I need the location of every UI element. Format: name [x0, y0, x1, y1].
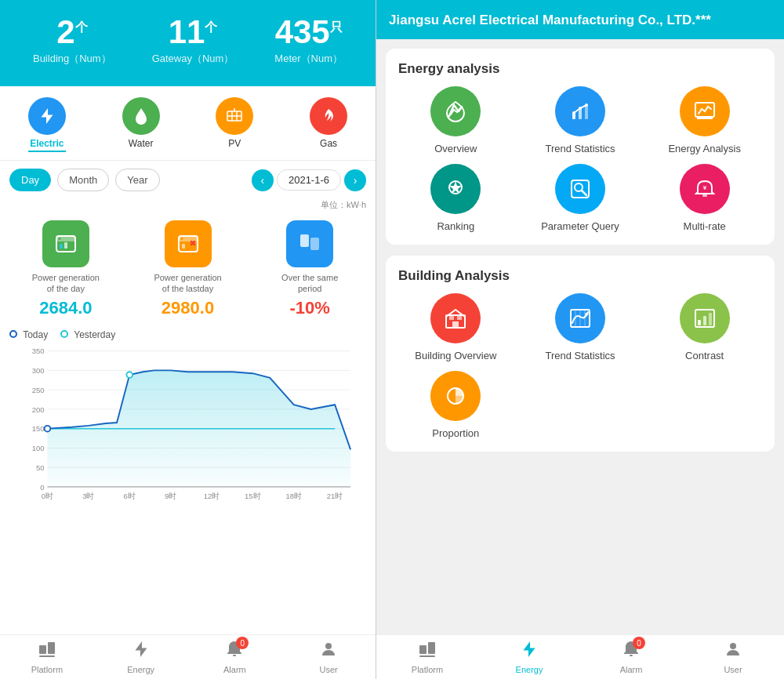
svg-text:350: 350 — [32, 347, 45, 355]
alarm-wrapper-left: 0 — [225, 640, 244, 663]
nav-energy-right[interactable]: Energy — [478, 640, 580, 674]
nav-user-label-left: User — [320, 665, 338, 674]
trend-stats-icon — [555, 86, 605, 136]
svg-text:15时: 15时 — [245, 492, 261, 500]
svg-rect-45 — [48, 642, 55, 654]
svg-rect-66 — [457, 315, 462, 320]
left-panel: 2个 Building（Num） 11个 Gateway（Num） 435只 M… — [0, 0, 376, 679]
tab-electric-label: Electric — [30, 138, 64, 149]
menu-building-trend[interactable]: Trend Statistics — [523, 293, 638, 361]
platform-icon-left — [38, 640, 56, 663]
nav-user-left[interactable]: User — [281, 640, 376, 674]
meter-label: Meter（Num） — [274, 52, 343, 66]
building-label: Building（Num） — [33, 52, 111, 66]
svg-rect-11 — [64, 242, 67, 249]
svg-rect-76 — [698, 320, 701, 325]
svg-text:0时: 0时 — [42, 492, 53, 500]
svg-rect-15 — [182, 244, 185, 249]
building-analysis-grid: Building Overview — [398, 293, 762, 439]
energy-icon-left — [132, 640, 151, 663]
meter-number: 435只 — [274, 16, 343, 49]
building-analysis-section: Building Analysis — [386, 256, 775, 452]
gateway-number: 11个 — [152, 16, 234, 49]
svg-point-86 — [730, 643, 736, 649]
svg-text:100: 100 — [32, 444, 45, 452]
tab-water-label: Water — [129, 138, 154, 149]
period-day-button[interactable]: Day — [9, 169, 51, 191]
svg-point-9 — [58, 238, 60, 240]
proportion-label: Proportion — [432, 427, 479, 439]
svg-point-54 — [579, 107, 582, 110]
platform-icon-right — [418, 640, 437, 663]
svg-rect-19 — [310, 238, 319, 250]
menu-param-query[interactable]: Parameter Query — [523, 164, 638, 232]
nav-alarm-right[interactable]: 0 Alarm — [580, 640, 682, 674]
contrast-icon — [680, 293, 730, 343]
left-bottom-nav: Platlorm Energy 0 Alarm — [0, 634, 376, 679]
menu-contrast[interactable]: Contrast — [647, 293, 762, 361]
chart-area: Today Yesterday 350 300 250 200 — [0, 321, 376, 634]
multirate-icon: ¥ — [680, 164, 730, 214]
nav-alarm-left[interactable]: 0 Alarm — [188, 640, 282, 674]
menu-multirate[interactable]: ¥ Multi-rate — [647, 164, 762, 232]
tab-gas[interactable]: Gas — [300, 93, 357, 157]
menu-overview[interactable]: Overview — [398, 86, 514, 154]
building-number: 2个 — [33, 16, 111, 49]
svg-rect-62 — [702, 194, 707, 197]
tab-electric[interactable]: Electric — [19, 93, 75, 157]
gateway-label: Gateway（Num） — [152, 52, 234, 66]
company-title: Jiangsu Acrel Electrical Manufacturing C… — [389, 13, 711, 28]
menu-ranking[interactable]: Ranking — [398, 164, 514, 232]
date-selector: Day Month Year ‹ 2021-1-6 › — [0, 161, 376, 199]
right-panel: Jiangsu Acrel Electrical Manufacturing C… — [376, 0, 784, 679]
svg-rect-82 — [428, 642, 435, 654]
trend-stats-label: Trend Statistics — [545, 143, 615, 154]
user-icon-left — [319, 640, 338, 663]
gas-icon — [310, 97, 347, 135]
energy-icon-right — [520, 640, 539, 663]
chart-dot-1 — [126, 372, 132, 378]
menu-building-overview[interactable]: Building Overview — [398, 293, 514, 361]
menu-trend-stats[interactable]: Trend Statistics — [523, 86, 638, 154]
overview-label: Overview — [434, 143, 477, 154]
nav-alarm-label-left: Alarm — [223, 665, 246, 674]
menu-proportion[interactable]: Proportion — [398, 371, 514, 439]
building-trend-icon — [555, 293, 605, 343]
svg-text:3时: 3时 — [82, 492, 94, 500]
nav-platform-left[interactable]: Platlorm — [0, 640, 94, 674]
gateway-stat: 11个 Gateway（Num） — [152, 16, 234, 66]
building-overview-icon — [430, 293, 481, 343]
stats-row: 2个 Building（Num） 11个 Gateway（Num） 435只 M… — [13, 16, 363, 66]
svg-text:50: 50 — [36, 463, 45, 472]
power-lastday-icon — [165, 220, 212, 267]
svg-rect-83 — [419, 655, 435, 657]
svg-text:200: 200 — [32, 405, 45, 413]
period-month-button[interactable]: Month — [57, 169, 109, 191]
svg-text:21时: 21时 — [327, 492, 343, 500]
svg-rect-65 — [449, 315, 454, 320]
power-period-icon — [286, 220, 333, 267]
tab-pv[interactable]: PV — [206, 93, 263, 157]
menu-energy-analysis[interactable]: Energy Analysis — [647, 86, 762, 154]
water-icon — [122, 97, 160, 135]
alarm-badge-left: 0 — [236, 637, 249, 649]
nav-user-right[interactable]: User — [682, 640, 784, 674]
svg-text:¥: ¥ — [702, 184, 706, 191]
period-year-button[interactable]: Year — [115, 169, 159, 191]
next-date-button[interactable]: › — [344, 169, 366, 191]
prev-date-button[interactable]: ‹ — [252, 169, 274, 191]
nav-energy-left[interactable]: Energy — [94, 640, 188, 674]
tab-water[interactable]: Water — [113, 93, 169, 157]
nav-user-label-right: User — [724, 665, 742, 674]
electric-underline — [28, 151, 66, 152]
right-header: Jiangsu Acrel Electrical Manufacturing C… — [376, 0, 784, 39]
left-header: 2个 Building（Num） 11个 Gateway（Num） 435只 M… — [0, 0, 376, 86]
svg-point-55 — [585, 103, 588, 107]
svg-point-14 — [180, 238, 183, 240]
energy-analysis-item-label: Energy Analysis — [668, 143, 741, 154]
nav-platform-right[interactable]: Platlorm — [376, 640, 478, 674]
legend-today-dot — [9, 330, 17, 338]
param-query-icon — [555, 164, 605, 214]
svg-point-53 — [572, 111, 575, 114]
svg-text:250: 250 — [32, 386, 45, 394]
